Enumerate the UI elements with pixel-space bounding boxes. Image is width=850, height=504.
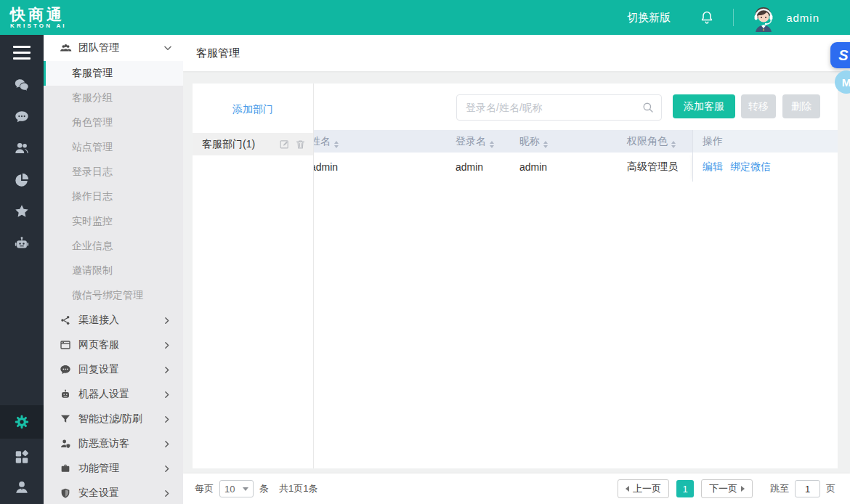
- header-divider: [733, 9, 734, 26]
- agent-table: 姓名 登录名 昵称 权限角色 操作 admin admin admin 高级管理…: [314, 130, 838, 468]
- sort-icon[interactable]: [543, 141, 548, 148]
- sort-icon[interactable]: [671, 141, 676, 148]
- per-page-select[interactable]: 10: [219, 480, 254, 497]
- group-label: 网页客服: [78, 338, 119, 351]
- user-icon[interactable]: [14, 479, 30, 495]
- sidebar-group-channel-access[interactable]: 渠道接入: [44, 308, 183, 333]
- comment-dots-icon: [60, 364, 71, 375]
- group-label: 渠道接入: [78, 314, 119, 327]
- chevron-right-icon: [162, 316, 171, 325]
- menu-icon[interactable]: [13, 46, 31, 60]
- prev-page-button[interactable]: 上一页: [618, 479, 669, 498]
- share-nodes-icon: [60, 314, 71, 326]
- cell-login: admin: [456, 161, 519, 173]
- user-shield-icon: [60, 438, 71, 450]
- group-label: 防恶意访客: [78, 437, 129, 450]
- bind-wechat-link[interactable]: 绑定微信: [730, 160, 771, 174]
- avatar[interactable]: [750, 3, 777, 32]
- column-header-login[interactable]: 登录名: [456, 135, 519, 148]
- sidebar-group-web-chat[interactable]: 网页客服: [44, 333, 183, 357]
- sub-item-label: 客服管理: [72, 67, 113, 80]
- sub-item-label: 角色管理: [72, 116, 113, 129]
- sidebar-group-smart-filter[interactable]: 智能过滤/防刷: [44, 407, 183, 431]
- page-title: 客服管理: [196, 46, 240, 60]
- floating-s-extension-icon[interactable]: S: [830, 42, 850, 68]
- department-name: 客服部门(1): [202, 138, 255, 151]
- briefcase-icon: [60, 463, 71, 474]
- app-header: 快商通 KRISTON AI 切换新版 admin: [0, 0, 850, 35]
- sidebar-group-security-settings[interactable]: 安全设置: [44, 481, 183, 504]
- sidebar-item-role-management[interactable]: 角色管理: [44, 110, 183, 135]
- add-agent-button[interactable]: 添加客服: [673, 94, 735, 118]
- sidebar-item-operation-log[interactable]: 操作日志: [44, 184, 183, 209]
- username-label[interactable]: admin: [786, 12, 819, 24]
- bell-icon[interactable]: [700, 10, 714, 25]
- jump-page-input[interactable]: [795, 480, 820, 497]
- sidebar-group-anti-malicious-visitor[interactable]: 防恶意访客: [44, 431, 183, 456]
- add-department-link[interactable]: 添加部门: [193, 103, 313, 116]
- per-page-value: 10: [224, 484, 235, 495]
- wechat-icon[interactable]: [14, 77, 30, 93]
- pie-chart-icon[interactable]: [14, 172, 30, 188]
- sidebar-group-reply-settings[interactable]: 回复设置: [44, 357, 183, 382]
- trash-icon[interactable]: [295, 139, 306, 150]
- column-header-actions: 操作: [692, 130, 838, 153]
- sidebar-item-agent-management[interactable]: 客服管理: [44, 61, 183, 86]
- sidebar-group-robot-settings[interactable]: 机器人设置: [44, 382, 183, 407]
- sidebar-item-company-info[interactable]: 企业信息: [44, 234, 183, 259]
- sub-item-label: 操作日志: [72, 190, 113, 203]
- sidebar-item-team-management[interactable]: 团队管理: [44, 35, 183, 61]
- next-caret-icon: [741, 486, 745, 492]
- sub-item-label: 邀请限制: [72, 264, 113, 277]
- logo-subtitle: KRISTON AI: [10, 23, 67, 29]
- sidebar-item-login-log[interactable]: 登录日志: [44, 160, 183, 184]
- department-item[interactable]: 客服部门(1): [193, 133, 313, 155]
- next-page-button[interactable]: 下一页: [701, 479, 753, 498]
- search-box: [456, 94, 662, 121]
- gear-icon[interactable]: [14, 414, 30, 430]
- chat-dots-icon[interactable]: [14, 109, 30, 125]
- sort-icon[interactable]: [490, 141, 494, 148]
- sidebar-item-invite-limit[interactable]: 邀请限制: [44, 259, 183, 283]
- star-icon[interactable]: [14, 203, 30, 219]
- sub-item-label: 微信号绑定管理: [72, 289, 143, 302]
- sub-item-label: 登录日志: [72, 166, 113, 179]
- search-icon[interactable]: [641, 101, 655, 114]
- column-header-nickname[interactable]: 昵称: [519, 135, 627, 148]
- sort-icon[interactable]: [334, 141, 339, 148]
- sidebar-item-site-management[interactable]: 站点管理: [44, 135, 183, 160]
- sidebar-item-agent-groups[interactable]: 客服分组: [44, 86, 183, 110]
- icon-rail: [0, 35, 44, 504]
- edit-link[interactable]: 编辑: [703, 160, 723, 174]
- robot-icon[interactable]: [14, 235, 30, 251]
- sidebar-item-realtime-monitor[interactable]: 实时监控: [44, 209, 183, 234]
- sub-item-label: 客服分组: [72, 92, 113, 105]
- apps-grid-icon[interactable]: [14, 449, 30, 465]
- transfer-button[interactable]: 转移: [741, 94, 776, 118]
- delete-button[interactable]: 删除: [782, 94, 820, 118]
- column-header-role[interactable]: 权限角色: [627, 135, 692, 148]
- contacts-icon[interactable]: [14, 140, 30, 156]
- cell-actions: 编辑 绑定微信: [692, 153, 838, 182]
- unit-label: 条: [259, 482, 269, 495]
- filter-icon: [60, 413, 71, 425]
- group-label: 回复设置: [78, 363, 119, 376]
- app-logo: 快商通 KRISTON AI: [10, 7, 67, 29]
- robot-icon: [60, 389, 71, 400]
- sidebar-group-function-management[interactable]: 功能管理: [44, 456, 183, 481]
- table-row[interactable]: admin admin admin 高级管理员 编辑 绑定微信: [314, 153, 838, 182]
- shield-icon: [60, 487, 71, 499]
- chevron-down-icon: [163, 43, 173, 53]
- cell-name: admin: [314, 161, 456, 173]
- search-input[interactable]: [456, 94, 662, 121]
- edit-icon[interactable]: [279, 139, 290, 150]
- chevron-right-icon: [162, 341, 171, 350]
- current-page-badge[interactable]: 1: [676, 480, 694, 497]
- sidebar-item-wechat-binding[interactable]: 微信号绑定管理: [44, 283, 183, 308]
- group-label: 机器人设置: [78, 388, 129, 401]
- chevron-right-icon: [162, 439, 171, 449]
- switch-version-link[interactable]: 切换新版: [627, 11, 671, 25]
- column-header-name[interactable]: 姓名: [314, 135, 456, 148]
- table-header-row: 姓名 登录名 昵称 权限角色 操作: [314, 130, 838, 153]
- sub-item-label: 实时监控: [72, 215, 113, 228]
